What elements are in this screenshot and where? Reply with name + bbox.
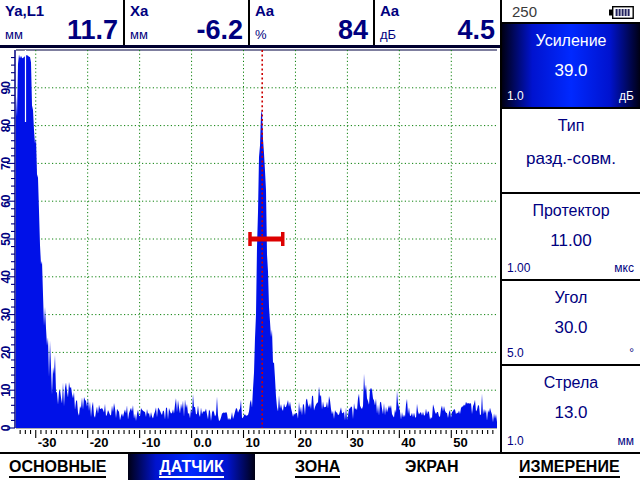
param-value: 11.00 — [502, 220, 640, 251]
param-value: 39.0 — [502, 50, 640, 81]
gate-bar[interactable] — [250, 237, 283, 242]
measurement-value: 4.5 — [457, 17, 495, 44]
x-tick-label: 0.0 — [194, 435, 212, 450]
x-tick-label: -20 — [90, 435, 109, 450]
y-tick-label: 90 — [0, 81, 13, 95]
y-tick-label: 30 — [0, 308, 13, 322]
param-panel-gain[interactable]: Усиление 39.0 1.0 дБ — [502, 24, 640, 109]
measurement-unit: дБ — [380, 27, 396, 42]
parameter-sidebar: 250 Усиление 39.0 1.0 дБ — [500, 0, 640, 452]
measurement-unit: мм — [130, 27, 148, 42]
x-tick-label: 20 — [297, 435, 311, 450]
param-step: 1.0 — [507, 434, 524, 448]
y-tick-label: 50 — [0, 232, 13, 246]
gate-left-cap[interactable] — [248, 232, 252, 246]
x-tick-label: 10 — [246, 435, 260, 450]
y-tick-label: 40 — [0, 270, 13, 284]
ascan-plot[interactable]: 0102030405060708090-30-20-100.0102030405… — [0, 48, 500, 452]
y-tick-label: 60 — [0, 194, 13, 208]
x-tick-label: -10 — [142, 435, 161, 450]
param-title: Тип — [502, 109, 640, 135]
y-tick-label: 0 — [0, 424, 13, 431]
param-value: разд.-совм. — [502, 135, 640, 169]
y-tick-label: 80 — [0, 119, 13, 133]
param-panel-protector[interactable]: Протектор 11.00 1.00 мкс — [502, 194, 640, 281]
param-title: Протектор — [502, 194, 640, 220]
x-tick-label: -30 — [38, 435, 57, 450]
param-panel-angle[interactable]: Угол 30.0 5.0 ° — [502, 281, 640, 366]
measurement-unit: мм — [5, 27, 23, 42]
y-tick-label: 20 — [0, 345, 13, 359]
measurement-value: 84 — [338, 17, 368, 44]
param-unit: ° — [629, 346, 634, 360]
measurement-bar: Ya,L1 мм 11.7 Xa мм -6.2 Aa % 84 Aa дБ — [0, 0, 500, 48]
x-tick-label: 50 — [453, 435, 467, 450]
status-box: 250 — [502, 0, 640, 24]
param-title: Стрела — [502, 366, 640, 392]
param-step: 1.0 — [507, 89, 524, 103]
measurement-cell-depth: Ya,L1 мм 11.7 — [0, 0, 125, 45]
menu-item-zone[interactable]: ЗОНА — [295, 454, 340, 480]
y-tick-label: 10 — [0, 383, 13, 397]
measurement-cell-distance: Xa мм -6.2 — [125, 0, 250, 45]
measurement-cell-amplitude-db: Aa дБ 4.5 — [375, 0, 500, 45]
menu-item-screen[interactable]: ЭКРАН — [405, 454, 459, 480]
param-unit: мкс — [614, 261, 634, 275]
range-value: 250 — [512, 3, 537, 20]
param-unit: дБ — [619, 89, 634, 103]
measurement-value: -6.2 — [196, 17, 243, 44]
param-title: Усиление — [502, 24, 640, 50]
param-step: 5.0 — [507, 346, 524, 360]
flaw-detector-screen: Ya,L1 мм 11.7 Xa мм -6.2 Aa % 84 Aa дБ — [0, 0, 640, 480]
battery-full-icon — [609, 5, 634, 23]
param-step: 1.00 — [507, 261, 530, 275]
y-tick-label: 70 — [0, 156, 13, 170]
param-panel-arrow[interactable]: Стрела 13.0 1.0 мм — [502, 366, 640, 452]
menu-bar: ОСНОВНЫЕ ДАТЧИК ЗОНА ЭКРАН ИЗМЕРЕНИЕ — [0, 452, 640, 480]
param-unit: мм — [618, 434, 635, 448]
param-value: 30.0 — [502, 307, 640, 338]
x-tick-label: 30 — [349, 435, 363, 450]
gate-right-cap[interactable] — [281, 232, 285, 246]
measurement-cell-amplitude-percent: Aa % 84 — [250, 0, 375, 45]
param-panel-probe-type[interactable]: Тип разд.-совм. — [502, 109, 640, 194]
menu-item-probe[interactable]: ДАТЧИК — [128, 454, 255, 480]
menu-item-measure[interactable]: ИЗМЕРЕНИЕ — [519, 454, 620, 480]
x-tick-label: 40 — [401, 435, 415, 450]
param-value: 13.0 — [502, 392, 640, 423]
measurement-value: 11.7 — [67, 17, 118, 44]
menu-item-main[interactable]: ОСНОВНЫЕ — [9, 454, 106, 480]
measurement-unit: % — [255, 27, 267, 42]
param-title: Угол — [502, 281, 640, 307]
